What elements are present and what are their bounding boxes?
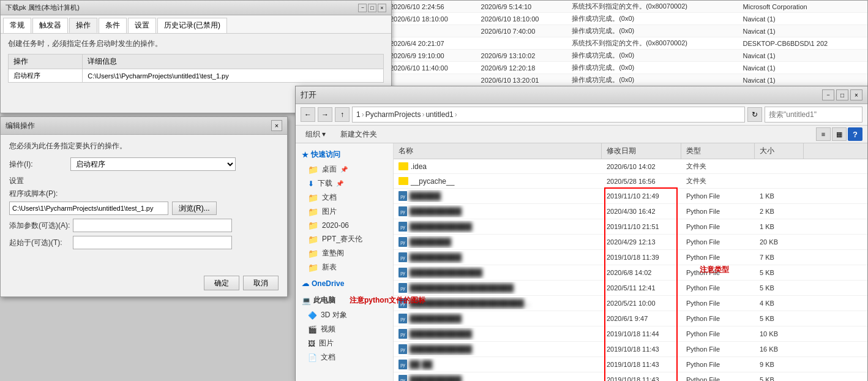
sidebar-item-pictures2[interactable]: 🖼 图片 bbox=[296, 336, 393, 350]
table-row[interactable]: ██████████2020/4/30 16:42Python File2 KB bbox=[394, 204, 867, 219]
table-row[interactable]: ████████████2019/10/18 11:44Python File1… bbox=[394, 326, 867, 342]
table-row[interactable]: ████████████2019/10/18 11:43Python File1… bbox=[394, 342, 867, 357]
file-list-header: 名称 修改日期 类型 大小 bbox=[394, 143, 867, 159]
task-props-titlebar: 下载pk 属性(本地计算机) － □ × bbox=[1, 1, 391, 15]
table-row[interactable]: ██ ██2019/10/18 11:43Python File9 KB bbox=[394, 357, 867, 372]
minimize-button[interactable]: － bbox=[358, 4, 367, 12]
col-header-size[interactable]: 大小 bbox=[755, 143, 804, 159]
tabs-bar: 常规 触发器 操作 条件 设置 历史记录(已禁用) bbox=[1, 15, 391, 34]
computer-icon: 💻 bbox=[302, 296, 311, 305]
forward-button[interactable]: → bbox=[318, 107, 332, 122]
sidebar-item-childrens[interactable]: 📁 童塾阁 bbox=[296, 246, 393, 260]
col-header-type[interactable]: 类型 bbox=[681, 143, 755, 159]
bc-part1[interactable]: 1 bbox=[356, 110, 361, 119]
sidebar-item-documents[interactable]: 📁 文档 bbox=[296, 190, 393, 205]
tab-triggers[interactable]: 触发器 bbox=[32, 18, 68, 33]
table-row[interactable]: ██████████2019/10/18 11:39Python File7 K… bbox=[394, 250, 867, 265]
grid-view-button[interactable]: ▦ bbox=[832, 127, 847, 141]
python-file-icon bbox=[398, 206, 407, 216]
search-input[interactable] bbox=[765, 107, 862, 123]
fd-maximize[interactable]: □ bbox=[836, 89, 848, 100]
program-input-row: 浏览(R)... bbox=[9, 202, 279, 215]
program-input[interactable] bbox=[9, 202, 168, 215]
picture-icon: 🖼 bbox=[308, 339, 315, 348]
sidebar-item-3d[interactable]: 🔷 3D 对象 bbox=[296, 308, 393, 322]
tab-settings[interactable]: 设置 bbox=[128, 18, 156, 33]
bc-part3[interactable]: untitled1 bbox=[425, 110, 453, 119]
table-row[interactable]: 启动程序 C:\Users\1\PycharmProjects\untitled… bbox=[9, 69, 384, 83]
sidebar-item-desktop[interactable]: 📁 桌面 📌 bbox=[296, 162, 393, 176]
file-actions-bar: 组织 ▾ 新建文件夹 ≡ ▦ ? bbox=[296, 126, 867, 143]
up-button[interactable]: ↑ bbox=[335, 107, 350, 122]
start-in-row: 起始于(可选)(T): bbox=[9, 236, 279, 249]
onedrive-header[interactable]: ☁ OneDrive bbox=[296, 277, 393, 290]
docs-icon: 📄 bbox=[308, 353, 317, 362]
operation-row: 操作(I): 启动程序 bbox=[9, 157, 279, 171]
table-row[interactable]: ████████████████████2020/5/11 12:41Pytho… bbox=[394, 281, 867, 296]
folder-icon: 📁 bbox=[308, 165, 318, 175]
new-folder-button[interactable]: 新建文件夹 bbox=[335, 128, 382, 141]
start-in-input[interactable] bbox=[73, 236, 232, 249]
col-header-date[interactable]: 修改日期 bbox=[602, 143, 681, 159]
tab-conditions[interactable]: 条件 bbox=[99, 18, 127, 33]
table-row[interactable]: ████████2020/4/29 12:13Python File20 KB bbox=[394, 235, 867, 250]
table-row[interactable]: ██████2019/11/10 21:49Python File1 KB bbox=[394, 189, 867, 204]
folder-icon: 📁 bbox=[308, 263, 318, 273]
folder-icon: 📁 bbox=[308, 249, 318, 258]
cancel-button[interactable]: 取消 bbox=[243, 276, 279, 290]
table-row[interactable]: .idea2020/6/10 14:02文件夹 bbox=[394, 159, 867, 174]
sidebar-item-documents2[interactable]: 📄 文档 bbox=[296, 350, 393, 364]
table-row[interactable]: ██████████████2020/6/8 14:02Python File5… bbox=[394, 265, 867, 281]
python-file-icon bbox=[398, 360, 407, 369]
file-open-dialog: 打开 － □ × ← → ↑ 1 › PycharmProjects › unt… bbox=[295, 86, 868, 381]
edit-dialog-close[interactable]: × bbox=[271, 120, 282, 131]
tab-general[interactable]: 常规 bbox=[3, 18, 31, 33]
breadcrumb[interactable]: 1 › PycharmProjects › untitled1 › bbox=[352, 107, 745, 123]
tab-history[interactable]: 历史记录(已禁用) bbox=[157, 18, 227, 33]
edit-dialog-desc: 您必须为此任务指定要执行的操作。 bbox=[9, 141, 279, 151]
video-icon: 🎬 bbox=[308, 325, 317, 334]
window-controls[interactable]: － □ × bbox=[358, 4, 386, 12]
python-file-icon bbox=[398, 375, 407, 381]
sidebar-item-new[interactable]: 📁 新表 bbox=[296, 260, 393, 274]
table-row[interactable]: ██████████2020/6/1 9:47Python File5 KB bbox=[394, 311, 867, 326]
operation-select[interactable]: 启动程序 bbox=[70, 157, 236, 171]
edit-operation-dialog: 编辑操作 × 您必须为此任务指定要执行的操作。 操作(I): 启动程序 设置 程… bbox=[0, 116, 288, 297]
browse-button[interactable]: 浏览(R)... bbox=[172, 202, 217, 215]
tab-actions[interactable]: 操作 bbox=[69, 18, 97, 33]
action-type: 启动程序 bbox=[9, 69, 83, 83]
fd-close[interactable]: × bbox=[850, 89, 862, 100]
table-row[interactable]: ████████████2019/11/10 21:51Python File1… bbox=[394, 219, 867, 235]
this-pc-header[interactable]: 💻 此电脑 bbox=[296, 293, 393, 308]
table-row[interactable]: ██████████████████████...2020/5/21 10:00… bbox=[394, 296, 867, 311]
maximize-button[interactable]: □ bbox=[368, 4, 376, 12]
fd-minimize[interactable]: － bbox=[822, 89, 834, 100]
sidebar-item-pictures[interactable]: 📁 图片 bbox=[296, 205, 393, 219]
organize-button[interactable]: 组织 ▾ bbox=[301, 128, 331, 141]
folder-icon: 📁 bbox=[308, 235, 318, 244]
sidebar-item-ppt[interactable]: 📁 PPT_赛天伦 bbox=[296, 232, 393, 246]
file-dialog-controls[interactable]: － □ × bbox=[822, 89, 862, 100]
edit-dialog-title: 编辑操作 bbox=[6, 121, 35, 131]
settings-label: 设置 bbox=[9, 176, 279, 186]
help-button[interactable]: ? bbox=[848, 127, 862, 141]
close-button[interactable]: × bbox=[378, 4, 386, 12]
python-file-icon bbox=[398, 237, 407, 247]
folder-icon: 📁 bbox=[308, 221, 318, 230]
table-row[interactable]: __pycache__2020/5/28 16:56文件夹 bbox=[394, 174, 867, 189]
table-row[interactable]: ██████████2019/10/18 11:43Python File5 K… bbox=[394, 372, 867, 381]
list-view-button[interactable]: ≡ bbox=[816, 127, 831, 141]
refresh-button[interactable]: ↻ bbox=[747, 107, 762, 122]
back-button[interactable]: ← bbox=[301, 107, 315, 122]
add-args-input[interactable] bbox=[73, 219, 232, 232]
sidebar-item-video[interactable]: 🎬 视频 bbox=[296, 322, 393, 336]
bc-part2[interactable]: PycharmProjects bbox=[365, 110, 421, 119]
sidebar-item-downloads[interactable]: ⬇ 下载 📌 bbox=[296, 176, 393, 190]
col-header-name[interactable]: 名称 bbox=[394, 143, 602, 159]
confirm-button[interactable]: 确定 bbox=[204, 276, 239, 290]
col-detail: 详细信息 bbox=[83, 55, 384, 69]
col-action: 操作 bbox=[9, 55, 83, 69]
file-list-area: 名称 修改日期 类型 大小 .idea2020/6/10 14:02文件夹__p… bbox=[394, 143, 867, 381]
this-pc-section: 💻 此电脑 🔷 3D 对象 🎬 视频 🖼 图片 📄 文档 bbox=[296, 292, 393, 366]
sidebar-item-2020-06[interactable]: 📁 2020-06 bbox=[296, 219, 393, 232]
